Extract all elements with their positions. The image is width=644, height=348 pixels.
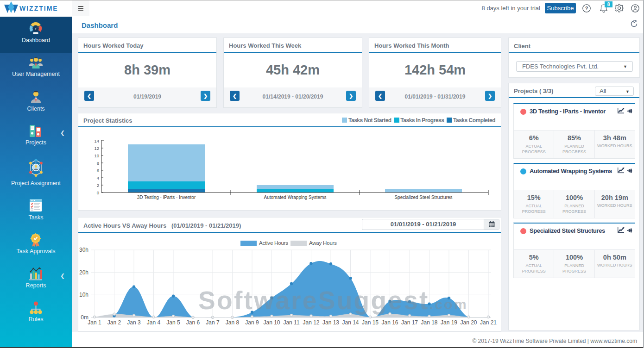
svg-text:Jan 14: Jan 14 — [342, 319, 359, 326]
svg-text:Jan 2: Jan 2 — [107, 319, 121, 326]
svg-text:2: 2 — [97, 183, 99, 188]
svg-text:14: 14 — [94, 138, 99, 143]
svg-text:0: 0 — [97, 190, 99, 195]
svg-text:3D Testing - iParts - Inventor: 3D Testing - iParts - Inventor — [137, 195, 196, 200]
svg-text:Jan 3: Jan 3 — [127, 319, 141, 326]
svg-text:Jan 13: Jan 13 — [322, 319, 339, 326]
svg-text:Jan 16: Jan 16 — [381, 319, 398, 326]
svg-text:Jan 10: Jan 10 — [263, 319, 280, 326]
svg-text:Jan 21: Jan 21 — [480, 319, 497, 326]
svg-text:12: 12 — [94, 146, 99, 151]
svg-text:WIZZTIME: WIZZTIME — [19, 5, 58, 12]
svg-text:Jan 18: Jan 18 — [421, 319, 437, 326]
svg-text:30h: 30h — [79, 247, 88, 253]
svg-text:20h: 20h — [79, 269, 88, 276]
svg-text:4: 4 — [97, 175, 99, 180]
svg-text:?: ? — [585, 6, 588, 11]
svg-text:Jan 9: Jan 9 — [245, 319, 259, 326]
svg-text:Jan 17: Jan 17 — [401, 319, 418, 326]
svg-text:Jan 4: Jan 4 — [147, 319, 161, 326]
svg-text:Specialized Steel Structures: Specialized Steel Structures — [394, 195, 452, 200]
svg-text:10h: 10h — [79, 292, 88, 298]
svg-text:Jan 20: Jan 20 — [460, 319, 477, 326]
svg-text:Jan 11: Jan 11 — [283, 319, 299, 326]
svg-text:6: 6 — [97, 168, 99, 173]
svg-text:10: 10 — [94, 153, 99, 158]
svg-text:Jan 1: Jan 1 — [88, 319, 101, 326]
svg-text:Jan 19: Jan 19 — [441, 319, 457, 326]
svg-text:Jan 12: Jan 12 — [303, 319, 319, 326]
svg-text:8: 8 — [97, 161, 99, 166]
svg-text:Jan 8: Jan 8 — [226, 319, 240, 326]
svg-text:Jan 6: Jan 6 — [186, 319, 200, 326]
svg-text:Jan 5: Jan 5 — [166, 319, 180, 326]
svg-text:Automated Wrapping Systems: Automated Wrapping Systems — [264, 195, 327, 200]
svg-text:Jan 15: Jan 15 — [362, 319, 379, 326]
svg-text:Jan 7: Jan 7 — [206, 319, 220, 326]
